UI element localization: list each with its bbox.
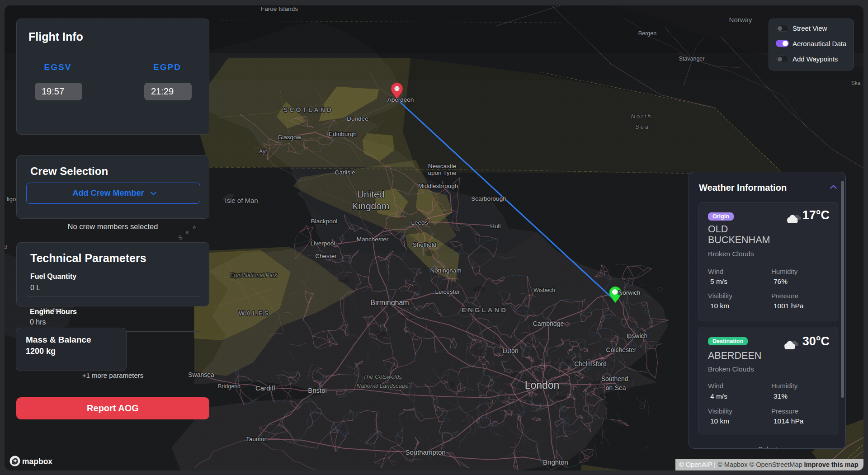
svg-text:mapbox: mapbox <box>22 457 52 466</box>
